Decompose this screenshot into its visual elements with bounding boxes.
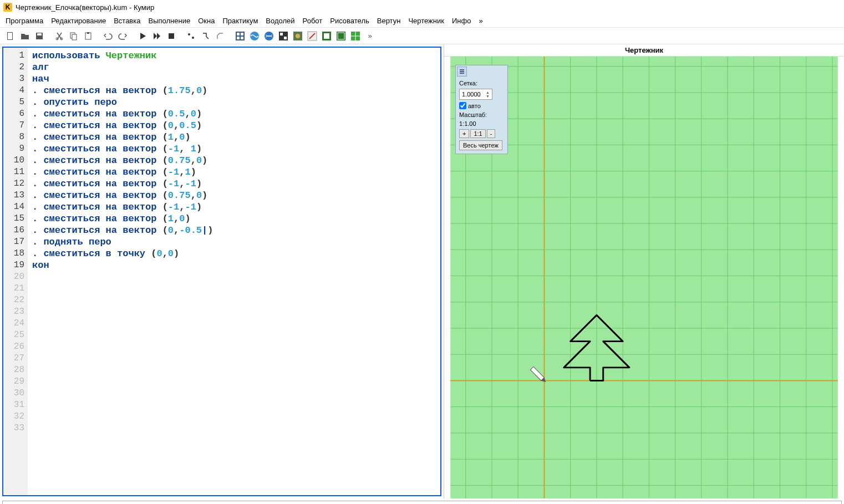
scale-label: Масштаб: xyxy=(459,111,504,118)
step-icon[interactable] xyxy=(185,30,197,42)
svg-rect-1 xyxy=(8,33,12,39)
new-file-icon[interactable] xyxy=(4,30,17,42)
svg-rect-14 xyxy=(237,33,240,35)
fit-drawing-button[interactable]: Весь чертеж xyxy=(459,140,502,150)
grid-label: Сетка: xyxy=(459,80,504,86)
svg-rect-7 xyxy=(72,34,77,40)
zoom-in-button[interactable]: + xyxy=(459,129,469,138)
menu-chertezhnik[interactable]: Чертежник xyxy=(408,17,444,25)
auto-checkbox[interactable] xyxy=(459,102,466,109)
drawer-panel: Чертежник xyxy=(444,44,844,498)
svg-rect-27 xyxy=(324,33,329,39)
redo-icon[interactable] xyxy=(116,30,129,42)
run-fast-icon[interactable] xyxy=(151,30,163,42)
svg-rect-9 xyxy=(87,32,89,34)
stop-icon[interactable] xyxy=(165,30,177,42)
canvas-control-panel: Сетка: 1.0000 ▲▼ авто Масштаб: 1:1.00 + … xyxy=(455,65,508,154)
svg-rect-21 xyxy=(280,33,283,35)
drawer-title: Чертежник xyxy=(444,44,844,57)
svg-point-12 xyxy=(192,37,194,39)
title-bar: K Чертежник_Елочка(векторы).kum - Кумир xyxy=(0,0,844,14)
panel-menu-icon[interactable] xyxy=(457,67,467,77)
run-icon[interactable] xyxy=(136,30,149,42)
zoom-reset-button[interactable]: 1:1 xyxy=(470,129,485,138)
svg-rect-15 xyxy=(241,33,243,35)
actor7-icon[interactable] xyxy=(321,30,333,42)
svg-point-11 xyxy=(188,33,190,35)
menu-windows[interactable]: Окна xyxy=(198,17,215,25)
undo-icon[interactable] xyxy=(102,30,114,42)
editor-panel: 1234567891011121314151617181920212223242… xyxy=(0,44,444,498)
save-file-icon[interactable] xyxy=(33,30,45,42)
grid-spinner[interactable]: 1.0000 ▲▼ xyxy=(459,89,492,100)
actor5-icon[interactable] xyxy=(292,30,304,42)
paste-icon[interactable] xyxy=(82,30,94,42)
menu-robot[interactable]: Робот xyxy=(303,17,323,25)
canvas[interactable]: Сетка: 1.0000 ▲▼ авто Масштаб: 1:1.00 + … xyxy=(444,57,844,498)
actor4-icon[interactable] xyxy=(277,30,289,42)
menu-bar: Программа Редактирование Вставка Выполне… xyxy=(0,14,844,28)
cut-icon[interactable] xyxy=(53,30,65,42)
open-file-icon[interactable] xyxy=(19,30,31,42)
menu-run[interactable]: Выполнение xyxy=(148,17,190,25)
scale-value: 1:1.00 xyxy=(459,120,504,127)
menu-vertun[interactable]: Вертун xyxy=(377,17,401,25)
step-out-icon[interactable] xyxy=(214,30,226,42)
code-area[interactable]: использовать Чертежник алг нач . сместит… xyxy=(28,48,440,495)
toolbar: » xyxy=(0,28,844,44)
auto-label: авто xyxy=(468,103,481,109)
svg-rect-22 xyxy=(284,37,287,39)
app-icon: K xyxy=(3,3,12,12)
actor6-icon[interactable] xyxy=(306,30,318,42)
step-into-icon[interactable] xyxy=(200,30,212,42)
svg-rect-10 xyxy=(169,33,174,39)
zoom-out-button[interactable]: - xyxy=(487,129,496,138)
menu-info[interactable]: Инфо xyxy=(452,17,471,25)
actor9-icon[interactable] xyxy=(349,30,362,42)
window-title: Чертежник_Елочка(векторы).kum - Кумир xyxy=(16,3,154,12)
copy-icon[interactable] xyxy=(68,30,80,42)
menu-practicum[interactable]: Практикум xyxy=(222,17,258,25)
menu-more[interactable]: » xyxy=(479,17,482,25)
actor3-icon[interactable] xyxy=(263,30,275,42)
menu-insert[interactable]: Вставка xyxy=(114,17,140,25)
menu-risovatel[interactable]: Рисователь xyxy=(330,17,369,25)
svg-rect-3 xyxy=(37,33,42,35)
menu-vodoley[interactable]: Водолей xyxy=(266,17,294,25)
actor8-icon[interactable] xyxy=(335,30,347,42)
actor1-icon[interactable] xyxy=(234,30,246,42)
console[interactable]: >> 9:56:25 - Чертежник_Елочка(точки).kum… xyxy=(2,501,842,504)
svg-rect-17 xyxy=(241,37,243,39)
toolbar-more[interactable]: » xyxy=(364,30,376,42)
menu-program[interactable]: Программа xyxy=(6,17,43,25)
actor2-icon[interactable] xyxy=(248,30,261,42)
svg-rect-16 xyxy=(237,37,240,39)
menu-edit[interactable]: Редактирование xyxy=(51,17,106,25)
svg-point-24 xyxy=(296,34,300,38)
line-gutter: 1234567891011121314151617181920212223242… xyxy=(3,48,28,495)
